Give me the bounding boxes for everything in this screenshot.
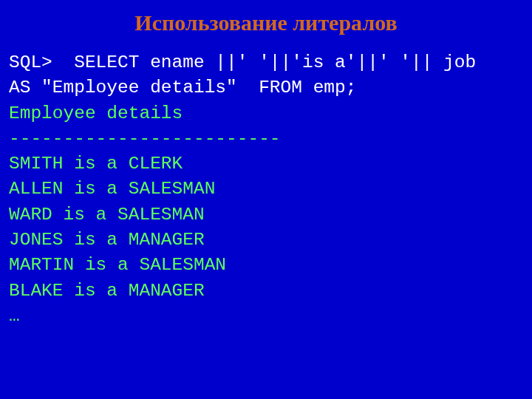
- output-row: WARD is a SALESMAN: [9, 205, 205, 225]
- output-row: MARTIN is a SALESMAN: [9, 255, 226, 275]
- output-ellipsis: …: [9, 306, 20, 326]
- sql-query: SQL> SELECT ename ||' '||'is a'||' '|| j…: [9, 52, 531, 98]
- slide-title: Использование литералов: [9, 10, 523, 35]
- slide-container: Использование литералов SQL> SELECT enam…: [0, 0, 532, 399]
- code-block: SQL> SELECT ename ||' '||'is a'||' '|| j…: [9, 50, 523, 329]
- output-row: ALLEN is a SALESMAN: [9, 179, 215, 199]
- output-row: SMITH is a CLERK: [9, 154, 183, 174]
- output-row: JONES is a MANAGER: [9, 230, 205, 250]
- output-header: Employee details: [9, 103, 183, 123]
- output-separator: -------------------------: [9, 129, 281, 149]
- output-row: BLAKE is a MANAGER: [9, 281, 205, 301]
